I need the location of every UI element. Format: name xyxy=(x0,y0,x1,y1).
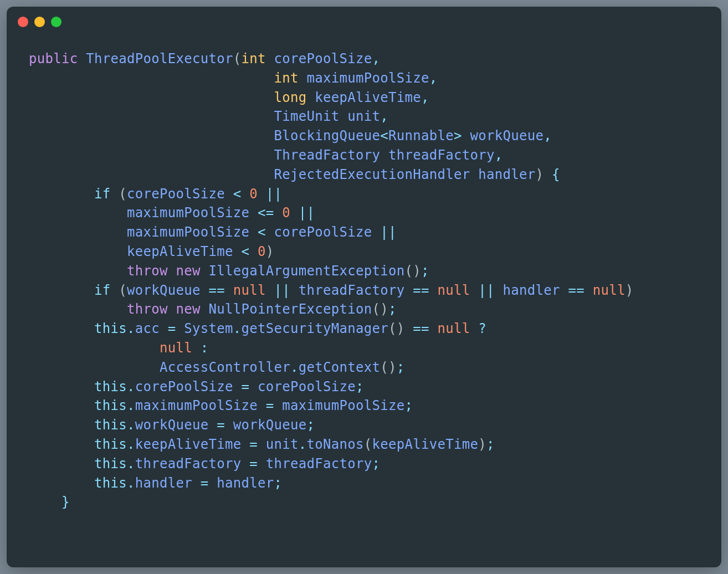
comma: , xyxy=(544,128,552,144)
literal-null: null xyxy=(438,321,470,336)
dot: . xyxy=(127,379,135,394)
semicolon: ; xyxy=(388,301,397,317)
var-maximumPoolSize: maximumPoolSize xyxy=(127,205,249,221)
param-workQueue: workQueue xyxy=(470,128,544,144)
paren: ( xyxy=(233,51,242,66)
op-lt: < xyxy=(242,244,250,259)
keyword-this: this xyxy=(94,437,127,452)
semicolon: ; xyxy=(397,360,405,375)
op-assign: = xyxy=(242,379,250,394)
var-corePoolSize: corePoolSize xyxy=(274,224,372,240)
op-lt: < xyxy=(233,186,242,202)
literal-zero: 0 xyxy=(282,205,290,221)
maximize-icon[interactable] xyxy=(51,17,61,27)
type-Runnable: Runnable xyxy=(388,128,454,144)
var-handler: handler xyxy=(217,475,274,491)
var-maximumPoolSize: maximumPoolSize xyxy=(127,224,249,240)
param-maximumPoolSize: maximumPoolSize xyxy=(306,70,429,86)
paren: ) xyxy=(626,283,634,298)
close-icon[interactable] xyxy=(18,17,28,27)
type-int: int xyxy=(274,70,298,86)
code-content: public ThreadPoolExecutor(int corePoolSi… xyxy=(7,33,721,529)
var-maximumPoolSize: maximumPoolSize xyxy=(282,398,404,413)
class-name: ThreadPoolExecutor xyxy=(86,51,233,66)
keyword-this: this xyxy=(94,379,127,394)
op-colon: : xyxy=(201,340,209,356)
op-ternary: ? xyxy=(478,321,486,336)
paren: ( xyxy=(119,283,127,298)
keyword-this: this xyxy=(94,475,127,491)
comma: , xyxy=(380,109,388,124)
var-unit: unit xyxy=(266,437,299,452)
op-assign: = xyxy=(249,437,258,452)
op-or: || xyxy=(380,224,397,240)
dot: . xyxy=(127,475,135,491)
var-workQueue: workQueue xyxy=(127,283,201,298)
brace-open: { xyxy=(552,167,560,182)
literal-zero: 0 xyxy=(258,244,266,259)
op-eq: == xyxy=(413,283,429,298)
semicolon: ; xyxy=(356,379,364,394)
brace-close: } xyxy=(61,494,70,510)
var-workQueue: workQueue xyxy=(233,417,307,433)
keyword-this: this xyxy=(94,398,127,413)
dot: . xyxy=(299,437,307,452)
type-long: long xyxy=(274,90,306,105)
method-getContext: getContext xyxy=(299,360,381,375)
literal-zero: 0 xyxy=(249,186,258,202)
type-BlockingQueue: BlockingQueue xyxy=(274,128,380,144)
window-titlebar xyxy=(7,7,721,33)
minimize-icon[interactable] xyxy=(34,17,45,27)
op-eq: == xyxy=(413,321,429,336)
field-maximumPoolSize: maximumPoolSize xyxy=(135,398,258,413)
op-assign: = xyxy=(217,417,225,433)
paren: ( xyxy=(364,437,372,452)
keyword-throw: throw xyxy=(127,301,168,317)
literal-null: null xyxy=(233,283,266,298)
op-assign: = xyxy=(201,475,209,491)
dot: . xyxy=(290,360,299,375)
op-eq: == xyxy=(568,283,585,298)
param-unit: unit xyxy=(347,109,380,124)
semicolon: ; xyxy=(421,263,429,279)
class-NullPointerException: NullPointerException xyxy=(209,301,372,317)
field-workQueue: workQueue xyxy=(135,417,209,433)
comma: , xyxy=(421,90,429,105)
dot: . xyxy=(127,321,135,336)
op-eq: == xyxy=(209,283,225,298)
var-keepAliveTime: keepAliveTime xyxy=(372,437,479,452)
op-or: || xyxy=(478,283,495,298)
param-keepAliveTime: keepAliveTime xyxy=(315,90,421,105)
keyword-this: this xyxy=(94,417,127,433)
paren: () xyxy=(372,301,388,317)
op-lt: < xyxy=(258,224,266,240)
method-toNanos: toNanos xyxy=(307,437,364,452)
dot: . xyxy=(233,321,242,336)
dot: . xyxy=(127,437,135,452)
semicolon: ; xyxy=(307,417,315,433)
angle-open: < xyxy=(380,128,388,144)
var-threadFactory: threadFactory xyxy=(266,456,372,472)
class-AccessController: AccessController xyxy=(160,360,290,375)
var-threadFactory: threadFactory xyxy=(299,283,405,298)
angle-close: > xyxy=(454,128,462,144)
literal-null: null xyxy=(160,340,192,356)
dot: . xyxy=(127,398,135,413)
class-IllegalArgumentException: IllegalArgumentException xyxy=(209,263,405,279)
var-corePoolSize: corePoolSize xyxy=(258,379,356,394)
code-window: public ThreadPoolExecutor(int corePoolSi… xyxy=(7,7,721,567)
paren: () xyxy=(404,263,421,279)
op-or: || xyxy=(274,283,291,298)
op-assign: = xyxy=(249,456,258,472)
comma: , xyxy=(429,70,438,86)
keyword-if: if xyxy=(94,186,111,202)
keyword-new: new xyxy=(176,301,201,317)
keyword-this: this xyxy=(94,321,127,336)
param-handler: handler xyxy=(478,167,535,182)
comma: , xyxy=(495,147,503,163)
param-threadFactory: threadFactory xyxy=(388,147,495,163)
keyword-if: if xyxy=(94,283,111,298)
semicolon: ; xyxy=(372,456,381,472)
op-assign: = xyxy=(168,321,176,336)
keyword-throw: throw xyxy=(127,263,168,279)
